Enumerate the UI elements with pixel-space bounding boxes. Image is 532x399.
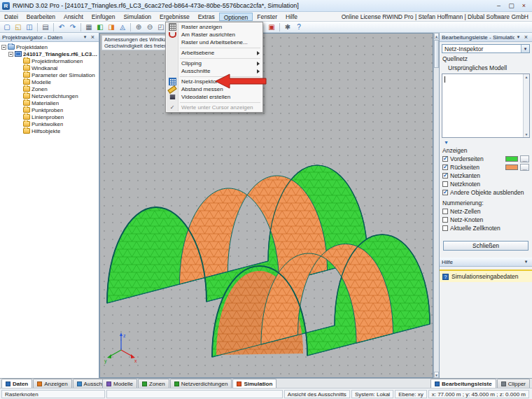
checkbox-row[interactable]: Andere Objekte ausblenden [440,188,532,197]
video-icon[interactable]: ▣ [266,22,277,32]
checkbox-row[interactable]: Netz-Zellen [440,207,532,216]
maximize-button[interactable]: ▢ [505,1,517,10]
help-icon[interactable]: ? [293,22,304,32]
scrollbar-thumb[interactable] [434,40,439,68]
bottom-tab[interactable]: Modelle [102,379,137,388]
mesh-elements-listbox[interactable] [442,74,530,138]
checkbox-row[interactable]: Netzkanten [440,172,532,180]
mesh-inspector-select[interactable]: Netz-Inspektor [442,44,530,53]
viewport-scrollbar[interactable]: ▲ ▼ [433,33,439,378]
editing-panel-close-icon[interactable] [522,34,530,41]
save-icon[interactable]: ◫ [24,22,35,32]
new-file-icon[interactable]: ▢ [1,22,13,32]
menu-bar-item[interactable]: Ergebnisse [155,13,194,21]
color-swatch[interactable] [505,164,518,170]
menu-bar-item[interactable]: Simulation [119,13,155,21]
checkbox-row[interactable]: Netzknoten [440,180,532,188]
checkbox[interactable] [442,225,448,231]
color-swatch[interactable] [505,156,518,162]
checkbox[interactable] [442,190,448,195]
tree-item[interactable]: Netzverdichtungen [0,92,99,99]
menu-option[interactable]: Clipping [167,59,262,67]
bottom-tab[interactable]: Simulation [232,379,276,388]
scroll-down-icon[interactable]: ▼ [434,372,439,378]
tree-expander-icon[interactable] [1,45,6,50]
tree-item[interactable]: Hilfsobjekte [0,127,99,134]
bottom-tab[interactable]: Clipper [497,379,530,388]
tree-item[interactable]: 241017_Triangles.rf6_LC3_6cac27ed [0,50,99,57]
menu-bar-item[interactable]: Bearbeiten [22,13,59,21]
clipping-icon[interactable]: ◨ [106,22,117,32]
menu-option[interactable]: Werte unter Cursor anzeigen [167,104,262,111]
panel-chevron-down-icon[interactable] [81,34,89,41]
tree-item[interactable]: Modelle [0,78,99,85]
panel-close-icon[interactable] [89,34,97,41]
bottom-tab[interactable]: Zonen [138,379,169,388]
checkbox[interactable] [442,164,448,170]
tree-expander-icon[interactable] [8,52,13,57]
tree-item[interactable]: Windkanal [0,64,99,71]
menu-option[interactable]: Abstand messen [167,85,262,93]
mesh-scene[interactable]: z x y [100,34,433,378]
bottom-tab[interactable]: Netzverdichtungen [170,379,232,388]
bottom-tab[interactable]: Daten [1,379,32,388]
zoom-out-icon[interactable]: ⊖ [144,22,155,32]
menu-option[interactable]: Am Raster ausrichten [167,31,262,38]
help-chevron-icon[interactable] [522,258,530,265]
close-inspector-button[interactable]: Schließen [443,241,528,251]
checkbox[interactable] [442,209,448,214]
help-link-row[interactable]: Simulationseingabedaten [440,270,532,282]
scroll-up-icon[interactable]: ▲ [434,33,439,39]
menu-option[interactable]: Videodatei erstellen [167,93,262,101]
checkbox-row[interactable]: Vorderseiten [440,155,532,163]
menu-bar-item[interactable]: Datei [0,13,22,21]
print-icon[interactable]: ▤ [40,22,51,32]
tree-item[interactable]: Punktwolken [0,120,99,127]
tree-item[interactable]: Projektdaten [0,43,99,50]
undo-icon[interactable]: ↶ [56,22,67,32]
checkbox[interactable] [442,181,448,187]
checkbox-row[interactable]: Rückseiten [440,163,532,172]
menu-option[interactable]: Raster und Arbeitsebene... [167,38,262,46]
listbox-body[interactable] [442,74,523,137]
bottom-tab[interactable]: Bearbeitungsleiste [430,379,496,388]
chevron-down-icon[interactable] [521,45,529,52]
tree-item[interactable]: Zonen [0,85,99,92]
color-options-button[interactable] [520,164,529,171]
tree-item[interactable]: Linienproben [0,113,99,120]
tree-item[interactable]: Parameter der Simulation [0,71,99,78]
tree-item[interactable]: Punktproben [0,106,99,113]
menu-bar-item[interactable]: Einfügen [88,13,120,21]
menu-bar-item[interactable]: Hilfe [281,13,302,21]
redo-icon[interactable]: ↷ [67,22,78,32]
color-options-button[interactable] [520,155,529,162]
checkbox[interactable] [442,217,448,223]
viewport-3d[interactable]: Abmessungen des Windkanals: Geschwindigk… [99,33,433,378]
apply-selection-icon[interactable] [444,139,532,144]
menu-option[interactable]: Netz-Inspektor [167,78,262,85]
checkbox[interactable] [442,156,448,162]
editing-panel-chevron-icon[interactable] [514,34,522,41]
sections-icon[interactable]: ◬ [117,22,128,32]
menu-bar-item[interactable]: Fenster [253,13,281,21]
checkbox-row[interactable]: Aktuelle Zellknoten [440,224,532,232]
minimize-button[interactable]: – [493,1,505,10]
tree-item[interactable]: Projektinformationen [0,57,99,64]
open-file-icon[interactable]: ◱ [13,22,24,32]
menu-bar-item[interactable]: Optionen [219,13,253,21]
tree-item[interactable]: Materialien [0,99,99,106]
close-button[interactable]: × [518,1,530,10]
show-grid-icon[interactable]: ▦ [83,22,94,32]
listbox-scroll-up-icon[interactable] [524,74,529,80]
zoom-in-icon[interactable]: ⊕ [133,22,144,32]
menu-option[interactable]: Arbeitsebene [167,49,262,57]
settings-icon[interactable]: ✱ [282,22,293,32]
menu-option[interactable]: Raster anzeigen [167,23,262,31]
listbox-scroll-down-icon[interactable] [524,132,529,137]
workplane-icon[interactable]: ◧ [94,22,106,32]
checkbox-row[interactable]: Netz-Knoten [440,216,532,224]
bottom-tab[interactable]: Anzeigen [33,379,71,388]
menu-bar-item[interactable]: Ansicht [59,13,88,21]
menu-option[interactable]: Ausschnitte [167,67,262,75]
checkbox[interactable] [442,173,448,178]
